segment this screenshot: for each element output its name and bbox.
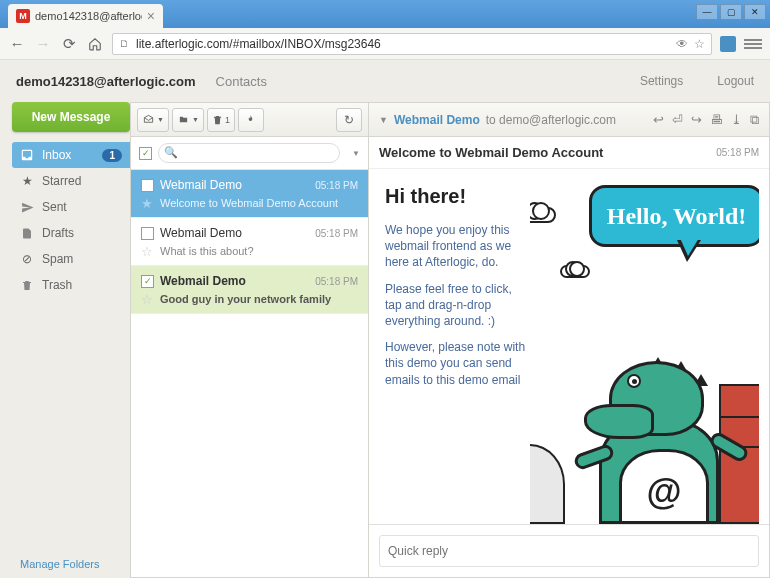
hamburger-menu-icon[interactable]: [744, 35, 762, 53]
contacts-link[interactable]: Contacts: [216, 74, 267, 89]
list-toolbar: ▼ ▼ 1 ↻: [131, 103, 368, 137]
close-window-button[interactable]: ✕: [744, 4, 766, 20]
message-body: Hi there! We hope you enjoy this webmail…: [369, 169, 769, 524]
print-icon[interactable]: 🖶: [710, 112, 723, 128]
message-subject: What is this about?: [160, 245, 358, 257]
message-item[interactable]: Webmail Demo 05:18 PM ★ Welcome to Webma…: [131, 170, 368, 218]
body-paragraph: Please feel free to click, tap and drag-…: [385, 281, 530, 330]
message-item[interactable]: Webmail Demo 05:18 PM ☆ What is this abo…: [131, 218, 368, 266]
star-icon[interactable]: ☆: [141, 292, 154, 305]
select-all-checkbox[interactable]: ✓: [139, 147, 152, 160]
message-item[interactable]: ✓ Webmail Demo 05:18 PM ☆ Good guy in yo…: [131, 266, 368, 314]
message-time: 05:18 PM: [315, 180, 358, 191]
webmail-app: demo142318@afterlogic.com Contacts Setti…: [0, 60, 770, 578]
message-subject: Good guy in your network family: [160, 293, 358, 305]
inbox-icon: [20, 148, 34, 162]
from-name[interactable]: Webmail Demo: [394, 113, 480, 127]
sidebar: New Message Inbox 1 ★ Starred Sent Dr: [12, 102, 130, 578]
speech-text: Hello, World!: [607, 203, 747, 230]
app-header: demo142318@afterlogic.com Contacts Setti…: [0, 60, 770, 102]
folder-trash[interactable]: Trash: [12, 272, 130, 298]
body-paragraph: We hope you enjoy this webmail frontend …: [385, 222, 530, 271]
message-sender: Webmail Demo: [160, 274, 309, 288]
url-text: lite.afterlogic.com/#mailbox/INBOX/msg23…: [136, 37, 671, 51]
message-time: 05:18 PM: [315, 276, 358, 287]
logout-link[interactable]: Logout: [717, 74, 754, 88]
message-checkbox[interactable]: ✓: [141, 275, 154, 288]
folder-sent[interactable]: Sent: [12, 194, 130, 220]
search-icon: 🔍: [164, 146, 178, 159]
back-button[interactable]: ←: [8, 35, 26, 53]
browser-tab-strip: M demo142318@afterlogic.c × — ▢ ✕: [0, 0, 770, 28]
at-sign: @: [646, 471, 681, 513]
body-paragraph: However, please note with this demo you …: [385, 339, 530, 388]
cloud-icon: [530, 207, 556, 223]
subject-time: 05:18 PM: [716, 147, 759, 158]
folder-starred[interactable]: ★ Starred: [12, 168, 130, 194]
refresh-button[interactable]: ↻: [336, 108, 362, 132]
unread-badge: 1: [102, 149, 122, 162]
window-controls: — ▢ ✕: [696, 4, 766, 20]
folder-label: Drafts: [42, 226, 122, 240]
folder-label: Spam: [42, 252, 122, 266]
new-message-button[interactable]: New Message: [12, 102, 130, 132]
search-input[interactable]: [158, 143, 340, 163]
greeting-heading: Hi there!: [385, 185, 530, 208]
mail-favicon-icon: M: [16, 9, 30, 23]
star-icon[interactable]: ☆: [141, 244, 154, 257]
eye-icon[interactable]: 👁: [676, 37, 688, 51]
home-button[interactable]: [86, 35, 104, 53]
folder-label: Inbox: [42, 148, 94, 162]
hello-world-illustration: Hello, World! @: [530, 185, 759, 524]
message-checkbox[interactable]: [141, 227, 154, 240]
folder-spam[interactable]: ⊘ Spam: [12, 246, 130, 272]
tab-title: demo142318@afterlogic.c: [35, 10, 142, 22]
message-sender: Webmail Demo: [160, 226, 309, 240]
url-actions: 👁 ☆: [676, 37, 705, 51]
reply-all-icon[interactable]: ⏎: [672, 112, 683, 128]
message-subject: Welcome to Webmail Demo Account: [160, 197, 358, 209]
settings-link[interactable]: Settings: [640, 74, 683, 88]
folder-label: Sent: [42, 200, 122, 214]
collapse-icon[interactable]: ▼: [379, 115, 388, 125]
maximize-button[interactable]: ▢: [720, 4, 742, 20]
url-input[interactable]: 🗋 lite.afterlogic.com/#mailbox/INBOX/msg…: [112, 33, 712, 55]
star-icon[interactable]: ★: [141, 196, 154, 209]
manage-folders-link[interactable]: Manage Folders: [12, 550, 130, 578]
message-list: Webmail Demo 05:18 PM ★ Welcome to Webma…: [131, 170, 368, 577]
spam-button[interactable]: [238, 108, 264, 132]
folder-inbox[interactable]: Inbox 1: [12, 142, 130, 168]
popout-icon[interactable]: ⧉: [750, 112, 759, 128]
reader-actions: ↩ ⏎ ↪ 🖶 ⤓ ⧉: [653, 112, 759, 128]
browser-tab[interactable]: M demo142318@afterlogic.c ×: [8, 4, 163, 28]
message-sender: Webmail Demo: [160, 178, 309, 192]
delete-button[interactable]: 1: [207, 108, 235, 132]
bookmark-icon[interactable]: ☆: [694, 37, 705, 51]
move-button[interactable]: ▼: [172, 108, 204, 132]
drafts-icon: [20, 226, 34, 240]
minimize-button[interactable]: —: [696, 4, 718, 20]
tab-close-icon[interactable]: ×: [147, 8, 155, 24]
reload-button[interactable]: ⟳: [60, 35, 78, 53]
extension-icon[interactable]: [720, 36, 736, 52]
mark-read-button[interactable]: ▼: [137, 108, 169, 132]
crocodile-mascot: @: [579, 319, 749, 524]
download-icon[interactable]: ⤓: [731, 112, 742, 128]
quick-reply-input[interactable]: [379, 535, 759, 567]
account-email[interactable]: demo142318@afterlogic.com: [16, 74, 196, 89]
folder-list: Inbox 1 ★ Starred Sent Drafts ⊘ Spam: [12, 142, 130, 550]
search-options-icon[interactable]: ▼: [352, 149, 360, 158]
page-icon: 🗋: [119, 38, 131, 50]
star-icon: ★: [20, 174, 34, 188]
reply-icon[interactable]: ↩: [653, 112, 664, 128]
forward-button[interactable]: →: [34, 35, 52, 53]
folder-drafts[interactable]: Drafts: [12, 220, 130, 246]
folder-label: Starred: [42, 174, 122, 188]
cloud-icon: [560, 265, 590, 278]
reader-toolbar: ▼ Webmail Demo to demo@afterlogic.com ↩ …: [369, 103, 769, 137]
message-checkbox[interactable]: [141, 179, 154, 192]
forward-icon[interactable]: ↪: [691, 112, 702, 128]
message-list-panel: ▼ ▼ 1 ↻ ✓ 🔍 ▼ Webmail Demo: [130, 102, 368, 578]
bush-icon: [530, 444, 565, 524]
app-body: New Message Inbox 1 ★ Starred Sent Dr: [0, 102, 770, 578]
